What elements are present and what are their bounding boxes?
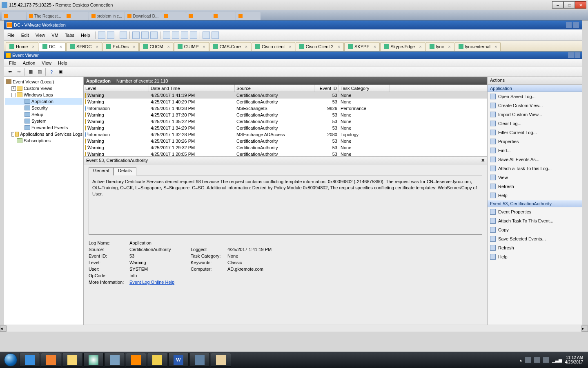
scroll-left-button[interactable]: ◂ (0, 325, 7, 332)
browser-tab[interactable]: problem in c... (89, 12, 125, 20)
event-row[interactable]: Information4/25/2017 1:40:28 PMMSExchang… (84, 105, 487, 112)
events-list[interactable]: Warning4/25/2017 1:41:19 PMCertification… (84, 92, 487, 156)
scroll-right-button[interactable]: ▸ (581, 325, 588, 332)
taskbar-paint[interactable] (211, 353, 231, 367)
vm-tab-close-icon[interactable]: × (96, 44, 98, 49)
ev-maximize-button[interactable] (575, 52, 580, 58)
help-icon[interactable]: ? (47, 68, 56, 76)
action-item[interactable]: Clear Log... (488, 119, 582, 128)
vmware-menu-item[interactable]: Help (78, 33, 94, 38)
vm-tab-close-icon[interactable]: × (448, 44, 450, 49)
taskbar-app[interactable] (105, 353, 125, 367)
action-item[interactable]: Import Custom View... (488, 110, 582, 119)
ev-menu-item[interactable]: Action (20, 61, 39, 65)
vmware-menu-item[interactable]: Tabs (62, 33, 78, 38)
vm-tab[interactable]: CUIMP× (174, 42, 209, 51)
event-row[interactable]: Information4/25/2017 1:32:28 PMMSExchang… (84, 131, 487, 138)
action-item[interactable]: Create Custom View... (488, 101, 582, 110)
action-item[interactable]: Help (488, 252, 582, 261)
vm-tab-close-icon[interactable]: × (494, 44, 497, 49)
col-taskcategory[interactable]: Task Category (339, 85, 390, 92)
tree-system[interactable]: System (5, 118, 82, 124)
tree-security[interactable]: Security (5, 105, 82, 111)
tree-subscriptions[interactable]: Subscriptions (5, 137, 82, 144)
navigation-tree[interactable]: Event Viewer (Local) +Custom Views –Wind… (4, 77, 84, 325)
col-source[interactable]: Source (235, 85, 314, 92)
browser-tab[interactable] (236, 12, 261, 20)
tab-details[interactable]: Details (114, 167, 136, 175)
vmware-toolbar-button[interactable] (107, 31, 114, 39)
vmware-menu-item[interactable]: Edit (18, 33, 32, 38)
taskbar-explorer[interactable] (62, 353, 82, 367)
tree-setup[interactable]: Setup (5, 111, 82, 118)
tray-chevron-icon[interactable]: ▴ (520, 358, 522, 362)
vm-tab[interactable]: lync× (426, 42, 454, 51)
col-datetime[interactable]: Date and Time (149, 85, 235, 92)
forward-button[interactable]: ➡ (15, 68, 23, 76)
vmware-toolbar-button[interactable] (172, 31, 179, 39)
vm-tab-close-icon[interactable]: × (203, 44, 205, 49)
vm-tab[interactable]: SKYPE× (344, 42, 380, 51)
vmware-toolbar-button[interactable] (120, 31, 127, 39)
event-row[interactable]: Warning4/25/2017 1:34:29 PMCertification… (84, 125, 487, 131)
toolbar-icon[interactable]: ▦ (27, 68, 35, 76)
tray-network-icon[interactable] (534, 357, 540, 363)
browser-tab[interactable] (2, 12, 26, 20)
action-item[interactable]: Find... (488, 146, 582, 155)
vmware-toolbar-button[interactable] (203, 31, 210, 39)
tree-app-services[interactable]: +Applications and Services Logs (5, 131, 82, 137)
taskbar-ie[interactable] (20, 353, 40, 367)
vm-tab[interactable]: DC× (39, 42, 66, 51)
vmware-menu-item[interactable]: VM (48, 33, 62, 38)
vm-tab[interactable]: SFBDC× (66, 42, 102, 51)
minimize-button[interactable]: – (552, 1, 564, 9)
back-button[interactable]: ⬅ (6, 68, 14, 76)
col-level[interactable]: Level (84, 85, 149, 92)
action-item[interactable]: Copy (488, 225, 582, 234)
vmware-toolbar-button[interactable] (150, 31, 158, 39)
vm-tab-close-icon[interactable]: × (32, 44, 34, 49)
browser-tab[interactable]: The Request... (27, 12, 64, 20)
vmware-toolbar-button[interactable] (98, 31, 105, 39)
vm-tab[interactable]: Home× (6, 42, 38, 51)
event-row[interactable]: Warning4/25/2017 1:30:26 PMCertification… (84, 138, 487, 144)
browser-tab[interactable] (186, 12, 211, 20)
clock[interactable]: 11:12 AM4/25/2017 (565, 355, 584, 364)
taskbar-notes[interactable] (147, 353, 167, 367)
horizontal-scrollbar[interactable]: ◂ ▸ (0, 325, 588, 332)
taskbar-skype[interactable] (126, 353, 146, 367)
ev-menu-item[interactable]: Help (55, 61, 71, 65)
event-row[interactable]: Warning4/25/2017 1:41:19 PMCertification… (84, 92, 487, 99)
toolbar-icon[interactable]: ▤ (36, 68, 44, 76)
action-item[interactable]: Open Saved Log... (488, 92, 582, 101)
system-tray[interactable]: ▴ ▁▃▅ 11:12 AM4/25/2017 (520, 355, 586, 364)
vm-tab[interactable]: lync-external× (455, 42, 501, 51)
vm-tab[interactable]: Ext-Dns× (102, 42, 139, 51)
taskbar-rdp[interactable] (189, 353, 210, 367)
tray-flag-icon[interactable] (525, 357, 531, 363)
vmware-toolbar-button[interactable] (181, 31, 188, 39)
event-row[interactable]: Warning4/25/2017 1:28:05 PMCertification… (84, 151, 487, 156)
ev-menu-item[interactable]: View (38, 61, 55, 65)
browser-tab[interactable] (161, 12, 186, 20)
action-item[interactable]: Event Properties (488, 207, 582, 216)
vmware-toolbar-button[interactable] (190, 31, 197, 39)
vmware-toolbar-button[interactable] (132, 31, 140, 39)
tree-custom-views[interactable]: +Custom Views (5, 85, 82, 92)
tree-forwarded[interactable]: Forwarded Events (5, 124, 82, 131)
event-row[interactable]: Warning4/25/2017 1:40:29 PMCertification… (84, 99, 487, 105)
vm-tab-close-icon[interactable]: × (133, 44, 135, 49)
action-item[interactable]: Attach Task To This Event... (488, 216, 582, 225)
taskbar-media[interactable] (41, 353, 61, 367)
vmware-minimize-button[interactable] (566, 22, 572, 28)
browser-tab[interactable]: Download D... (125, 12, 161, 20)
vm-tab[interactable]: Cisco client× (252, 42, 295, 51)
taskbar-chrome[interactable] (83, 353, 104, 367)
windows-taskbar[interactable]: W ▴ ▁▃▅ 11:12 AM4/25/2017 (0, 352, 588, 368)
event-row[interactable]: Warning4/25/2017 1:37:30 PMCertification… (84, 112, 487, 118)
action-item[interactable]: View (488, 173, 582, 182)
tray-signal-icon[interactable]: ▁▃▅ (552, 357, 562, 363)
close-button[interactable]: ✕ (575, 1, 586, 9)
taskbar-word[interactable]: W (168, 353, 189, 367)
start-button[interactable] (2, 352, 19, 368)
